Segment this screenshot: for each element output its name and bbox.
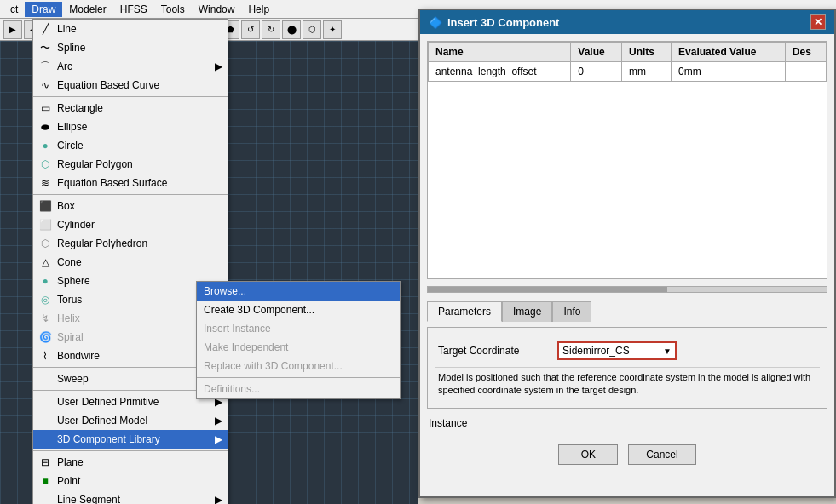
dialog-titlebar: 🔷 Insert 3D Component ✕	[420, 10, 834, 34]
row-units: mm	[622, 62, 672, 82]
3d-comp-submenu: Browse... Create 3D Component... Insert …	[196, 281, 401, 399]
col-des: Des	[785, 43, 826, 62]
menu-modeler[interactable]: Modeler	[62, 2, 112, 17]
dropdown-arrow-icon: ▼	[663, 346, 672, 356]
menu-item-eq-curve[interactable]: ∿ Equation Based Curve	[33, 76, 228, 94]
menu-item-3d-comp-lib[interactable]: 3D Component Library ▶	[33, 430, 228, 449]
spline-icon: 〜	[38, 41, 52, 54]
ok-button[interactable]: OK	[558, 444, 618, 465]
ellipse-icon: ⬬	[38, 120, 52, 134]
row-evaluated: 0mm	[672, 62, 786, 82]
line-seg-arrow: ▶	[215, 494, 222, 504]
submenu-sep-1	[197, 377, 400, 378]
col-evaluated: Evaluated Value	[672, 43, 786, 62]
toolbar-btn-11[interactable]: ✦	[323, 20, 342, 39]
eq-surface-icon: ≋	[38, 176, 52, 190]
menu-item-spline[interactable]: 〜 Spline	[33, 38, 228, 57]
menu-item-box[interactable]: ⬛ Box	[33, 197, 228, 215]
menu-ct[interactable]: ct	[3, 2, 25, 17]
tab-info[interactable]: Info	[552, 301, 591, 322]
toolbar-btn-10[interactable]: ⬡	[303, 20, 321, 39]
cone-icon: △	[38, 255, 52, 269]
eq-curve-icon: ∿	[38, 78, 52, 92]
toolbar-btn-1[interactable]: ▶	[3, 20, 22, 39]
udm-arrow: ▶	[215, 415, 222, 427]
app-container: ct Draw Modeler HFSS Tools Window Help ▶…	[0, 0, 836, 504]
menu-item-circle[interactable]: ● Circle	[33, 136, 228, 155]
dialog-close-button[interactable]: ✕	[810, 14, 826, 30]
menu-item-cone[interactable]: △ Cone	[33, 253, 228, 272]
submenu-replace-3d: Replace with 3D Component...	[197, 357, 400, 375]
sphere-icon: ●	[38, 274, 52, 288]
line-icon: ╱	[38, 22, 52, 36]
target-coordinate-row: Target Coordinate Sidemirror_CS ▼	[435, 335, 820, 367]
menu-sep-1	[33, 96, 228, 97]
menu-item-line[interactable]: ╱ Line	[33, 20, 228, 38]
circle-icon: ●	[38, 139, 52, 152]
row-des	[785, 62, 826, 82]
parameter-table: Name Value Units Evaluated Value Des ant…	[428, 42, 827, 82]
submenu-definitions: Definitions...	[197, 380, 400, 398]
menu-item-point[interactable]: ■ Point	[33, 472, 228, 490]
toolbar-btn-8[interactable]: ↻	[262, 20, 280, 39]
submenu-create-3d[interactable]: Create 3D Component...	[197, 301, 400, 319]
polyhedron-icon: ⬡	[38, 237, 52, 250]
dialog-3d-icon: 🔷	[429, 16, 442, 29]
tab-image[interactable]: Image	[502, 301, 552, 322]
3d-lib-arrow: ▶	[215, 433, 222, 445]
submenu-insert-instance: Insert Instance	[197, 319, 400, 338]
submenu-make-independent: Make Independent	[197, 338, 400, 357]
col-units: Units	[622, 43, 672, 62]
tab-parameters[interactable]: Parameters	[427, 301, 502, 322]
menu-sep-5	[33, 450, 228, 451]
target-coordinate-label: Target Coordinate	[438, 345, 549, 357]
toolbar-btn-7[interactable]: ↺	[241, 20, 260, 39]
spiral-icon: 🌀	[38, 330, 52, 344]
col-value: Value	[571, 43, 622, 62]
col-name: Name	[429, 43, 571, 62]
menu-item-line-seg[interactable]: Line Segment ▶	[33, 490, 228, 504]
menu-tools[interactable]: Tools	[154, 2, 192, 17]
menu-item-eq-surface[interactable]: ≋ Equation Based Surface	[33, 174, 228, 192]
menu-item-udm[interactable]: User Defined Model ▶	[33, 411, 228, 430]
menu-item-cylinder[interactable]: ⬜ Cylinder	[33, 215, 228, 234]
toolbar-btn-9[interactable]: ⬤	[282, 20, 301, 39]
box-icon: ⬛	[38, 199, 52, 213]
menu-item-ellipse[interactable]: ⬬ Ellipse	[33, 117, 228, 136]
dialog-title: 🔷 Insert 3D Component	[429, 16, 559, 29]
draw-menu: ╱ Line 〜 Spline ⌒ Arc ▶ ∿ Equation Based…	[32, 19, 228, 504]
target-coordinate-dropdown[interactable]: Sidemirror_CS ▼	[557, 341, 677, 360]
bondwire-icon: ⌇	[38, 349, 52, 363]
parameter-table-container: Name Value Units Evaluated Value Des ant…	[427, 41, 827, 279]
arc-arrow: ▶	[215, 60, 222, 72]
point-icon: ■	[38, 474, 52, 488]
tab-parameters-content: Target Coordinate Sidemirror_CS ▼ Model …	[427, 327, 827, 409]
rect-icon: ▭	[38, 101, 52, 115]
menu-window[interactable]: Window	[192, 2, 242, 17]
row-name: antenna_length_offset	[429, 62, 571, 82]
menu-help[interactable]: Help	[241, 2, 276, 17]
table-row[interactable]: antenna_length_offset 0 mm 0mm	[429, 62, 827, 82]
dialog-buttons: OK Cancel	[427, 438, 827, 472]
cancel-button[interactable]: Cancel	[628, 444, 695, 465]
helix-icon: ↯	[38, 312, 52, 325]
cylinder-icon: ⬜	[38, 218, 52, 232]
menu-item-arc[interactable]: ⌒ Arc ▶	[33, 57, 228, 76]
menu-draw[interactable]: Draw	[25, 2, 62, 17]
menu-item-rectangle[interactable]: ▭ Rectangle	[33, 99, 228, 117]
menu-item-reg-polygon[interactable]: ⬡ Regular Polygon	[33, 155, 228, 174]
target-value-text: Sidemirror_CS	[562, 345, 663, 357]
menu-item-plane[interactable]: ⊟ Plane	[33, 453, 228, 472]
instance-label: Instance	[427, 414, 827, 432]
plane-icon: ⊟	[38, 455, 52, 469]
arc-icon: ⌒	[38, 60, 52, 73]
row-value: 0	[571, 62, 622, 82]
dialog-body: Name Value Units Evaluated Value Des ant…	[420, 34, 834, 496]
table-scrollbar[interactable]	[427, 286, 827, 293]
table-scroll-thumb	[428, 287, 667, 292]
menu-item-reg-polyhedron[interactable]: ⬡ Regular Polyhedron	[33, 234, 228, 253]
insert-3d-component-dialog: 🔷 Insert 3D Component ✕ Name Value Units…	[418, 9, 836, 498]
menu-sep-2	[33, 194, 228, 195]
submenu-browse[interactable]: Browse...	[197, 282, 400, 301]
menu-hfss[interactable]: HFSS	[113, 2, 154, 17]
